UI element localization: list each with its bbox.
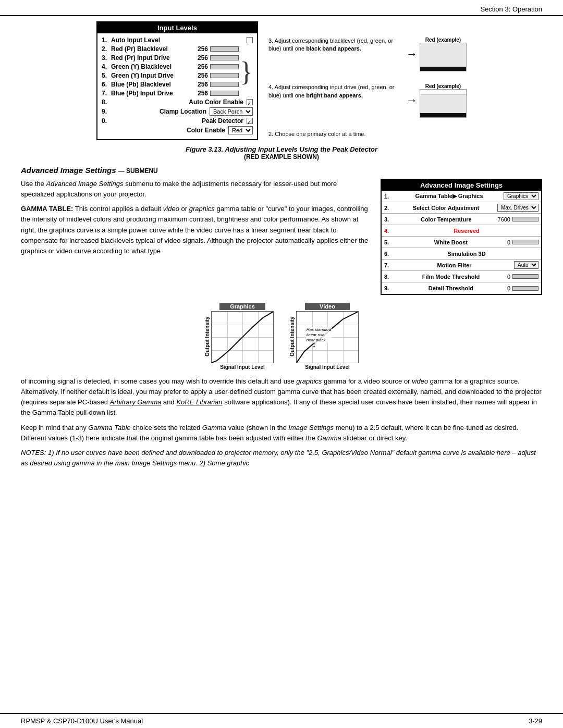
il-value-3: 256 [191,54,208,61]
adv-num-9: 9. [384,285,395,291]
il-num-4: 4. [102,63,111,70]
il-row-color: Color Enable Red [102,126,253,134]
graphics-chart-wrap: Output Intensity Graphics Signal Inp [204,303,274,370]
il-num-8: 8. [102,98,111,106]
il-label-4: Green (Y) Blacklevel [111,63,191,70]
adv-row-9: 9. Detail Threshold 0 [382,282,541,294]
adv-label-detail: Detail Threshold [395,285,507,291]
il-row-5: 5. Green (Y) Input Drive 256 [102,72,239,79]
il-row-7: 7. Blue (Pb) Input Drive 256 [102,90,239,97]
gamma-charts: Output Intensity Graphics Signal Inp [21,303,542,370]
il-slider-7[interactable] [210,91,239,96]
video-annotation: Has standardlinear risenear black [306,327,332,343]
il-label-5: Green (Y) Input Drive [111,72,191,79]
header-title: Section 3: Operation [480,5,542,13]
body-right-layout: Use the Advanced Image Settings submenu … [21,179,542,295]
video-arrow: ↓ [312,340,316,349]
il-num-9: 9. [102,108,111,115]
red-example-box-1 [420,43,467,71]
adv-label-white-boost: White Boost [395,239,507,245]
video-chart-area: Has standardlinear risenear black ↓ [296,311,359,363]
graphics-curve [212,312,273,363]
il-select-color[interactable]: Red [228,126,253,134]
body-text-col: Use the Advanced Image Settings submenu … [21,179,370,295]
brace-blacklevel: } [240,60,253,84]
il-label-9: Clamp Location [111,108,210,115]
graphics-title: Graphics [219,303,265,310]
il-value-6: 256 [191,81,208,88]
il-row-9: 9. Clamp Location Back Porch [102,107,253,116]
adv-label-sim3d: Simulation 3D [395,251,538,257]
il-checkbox-8[interactable] [247,99,253,105]
il-value-7: 256 [191,90,208,97]
adv-row-5: 5. White Boost 0 [382,237,541,248]
adv-row-2: 2. Select Color Adjustment Max. Drives [382,202,541,214]
il-row-3: 3. Red (Pr) Input Drive 256 [102,54,239,61]
adv-label-gamma: Gamma Table▶ Graphics [395,193,504,200]
adv-select-gamma[interactable]: Graphics Video [504,192,538,200]
footer-left: RPMSP & CSP70-D100U User's Manual [21,717,143,725]
video-y-label: Output Intensity [289,303,295,370]
adv-value-color-temp: 7600 [498,216,510,223]
video-chart-inner: Video Has standardlinear risenear black [296,303,359,370]
adv-num-2: 2. [384,205,395,211]
adv-label-reserved: Reserved [395,228,538,234]
il-slider-4[interactable] [210,64,239,69]
il-value-4: 256 [191,63,208,70]
il-row-6: 6. Blue (Pb) Blacklevel 256 [102,81,239,88]
adv-select-motion[interactable]: Auto [514,261,538,269]
il-row-1: 1. Auto Input Level [102,36,253,44]
il-checkbox-1[interactable] [247,37,253,43]
il-row-0: 0. Peak Detector [102,117,253,125]
adv-row-3: 3. Color Temperature 7600 [382,214,541,225]
adv-label-color-temp: Color Temperature [395,216,498,223]
adv-num-4: 4. [384,228,395,234]
notes-block: NOTES: 1) If no user curves have been de… [21,448,542,468]
adv-slider-film[interactable] [512,274,538,279]
il-slider-6[interactable] [210,82,239,87]
adv-slider-detail[interactable] [512,286,538,291]
il-label-8: Auto Color Enable [111,98,247,106]
il-select-clamp[interactable]: Back Porch [210,107,253,116]
adv-value-film: 0 [507,274,510,280]
il-value-5: 256 [191,72,208,79]
il-label-6: Blue (Pb) Blacklevel [111,81,191,88]
il-num-3: 3. [102,54,111,61]
il-label-0: Peak Detector [111,117,247,125]
annotation-4: 4. Adjust corresponding input drive (red… [268,83,403,100]
il-slider-2[interactable] [210,46,239,52]
il-checkbox-0[interactable] [247,118,253,124]
il-value-2: 256 [191,45,208,53]
il-num-0: 0. [102,117,111,125]
page-content: Input Levels 1. Auto Input Level 2. [0,16,563,483]
il-label-1: Auto Input Level [111,36,247,44]
il-row-4: 4. Green (Y) Blacklevel 256 [102,63,239,70]
il-label-2: Red (Pr) Blacklevel [111,45,191,53]
il-slider-5[interactable] [210,73,239,78]
video-title: Video [305,303,350,310]
il-slider-3[interactable] [210,55,239,60]
section-heading-text: Advanced Image Settings [21,166,116,175]
il-num-2: 2. [102,45,111,53]
adv-row-7: 7. Motion Filter Auto [382,260,541,271]
adv-slider-white-boost[interactable] [512,240,538,244]
il-row-8: 8. Auto Color Enable [102,98,253,106]
adv-row-6: 6. Simulation 3D [382,248,541,260]
adv-num-1: 1. [384,193,395,200]
adv-num-8: 8. [384,274,395,280]
adv-row-4: 4. Reserved [382,225,541,237]
adv-select-color-adj[interactable]: Max. Drives [497,204,538,212]
il-label-3: Red (Pr) Input Drive [111,54,191,61]
intro-para: Use the Advanced Image Settings submenu … [21,179,370,200]
il-num-7: 7. [102,90,111,97]
red-example-label-2: Red (example) [425,83,461,89]
figure-top: Input Levels 1. Auto Input Level 2. [21,21,542,140]
adv-slider-color-temp[interactable] [512,217,538,221]
video-x-label: Signal Input Level [305,364,350,370]
graphics-chart-area [211,311,274,363]
red-example-box-2 [420,89,467,118]
section-heading: Advanced Image Settings — SUBMENU [21,166,542,175]
input-levels-box: Input Levels 1. Auto Input Level 2. [96,21,258,140]
continuation-para2: Keep in mind that any Gamma Table choice… [21,423,542,443]
figure-right-annotations: 3. Adjust corresponding blacklevel (red,… [268,21,467,140]
